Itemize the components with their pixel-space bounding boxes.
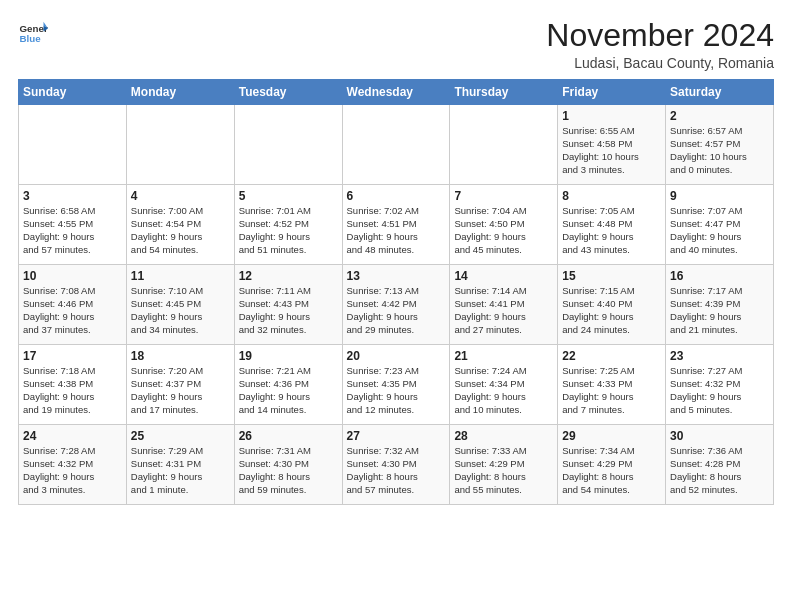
day-info: Sunrise: 7:17 AM Sunset: 4:39 PM Dayligh… [670,285,769,336]
day-info: Sunrise: 6:55 AM Sunset: 4:58 PM Dayligh… [562,125,661,176]
calendar-cell: 29Sunrise: 7:34 AM Sunset: 4:29 PM Dayli… [558,425,666,505]
day-number: 23 [670,349,769,363]
col-monday: Monday [126,80,234,105]
day-info: Sunrise: 6:57 AM Sunset: 4:57 PM Dayligh… [670,125,769,176]
day-info: Sunrise: 7:33 AM Sunset: 4:29 PM Dayligh… [454,445,553,496]
day-number: 19 [239,349,338,363]
day-number: 14 [454,269,553,283]
col-tuesday: Tuesday [234,80,342,105]
calendar-week-row: 17Sunrise: 7:18 AM Sunset: 4:38 PM Dayli… [19,345,774,425]
calendar-week-row: 24Sunrise: 7:28 AM Sunset: 4:32 PM Dayli… [19,425,774,505]
day-info: Sunrise: 7:31 AM Sunset: 4:30 PM Dayligh… [239,445,338,496]
day-number: 18 [131,349,230,363]
day-info: Sunrise: 7:25 AM Sunset: 4:33 PM Dayligh… [562,365,661,416]
calendar-week-row: 3Sunrise: 6:58 AM Sunset: 4:55 PM Daylig… [19,185,774,265]
calendar-week-row: 1Sunrise: 6:55 AM Sunset: 4:58 PM Daylig… [19,105,774,185]
day-info: Sunrise: 7:36 AM Sunset: 4:28 PM Dayligh… [670,445,769,496]
day-number: 22 [562,349,661,363]
day-number: 30 [670,429,769,443]
calendar-cell: 12Sunrise: 7:11 AM Sunset: 4:43 PM Dayli… [234,265,342,345]
day-number: 16 [670,269,769,283]
day-number: 28 [454,429,553,443]
day-number: 25 [131,429,230,443]
day-info: Sunrise: 7:34 AM Sunset: 4:29 PM Dayligh… [562,445,661,496]
calendar-cell: 19Sunrise: 7:21 AM Sunset: 4:36 PM Dayli… [234,345,342,425]
day-number: 24 [23,429,122,443]
day-info: Sunrise: 7:13 AM Sunset: 4:42 PM Dayligh… [347,285,446,336]
col-wednesday: Wednesday [342,80,450,105]
calendar-cell [126,105,234,185]
day-number: 6 [347,189,446,203]
day-number: 7 [454,189,553,203]
calendar-cell: 25Sunrise: 7:29 AM Sunset: 4:31 PM Dayli… [126,425,234,505]
calendar-cell: 1Sunrise: 6:55 AM Sunset: 4:58 PM Daylig… [558,105,666,185]
calendar-cell [19,105,127,185]
calendar-cell: 11Sunrise: 7:10 AM Sunset: 4:45 PM Dayli… [126,265,234,345]
calendar-cell: 24Sunrise: 7:28 AM Sunset: 4:32 PM Dayli… [19,425,127,505]
month-title: November 2024 [546,18,774,53]
col-friday: Friday [558,80,666,105]
day-info: Sunrise: 7:08 AM Sunset: 4:46 PM Dayligh… [23,285,122,336]
calendar-cell [234,105,342,185]
calendar-cell: 20Sunrise: 7:23 AM Sunset: 4:35 PM Dayli… [342,345,450,425]
main-container: General Blue November 2024 Ludasi, Bacau… [0,0,792,515]
calendar-cell [450,105,558,185]
calendar-cell: 18Sunrise: 7:20 AM Sunset: 4:37 PM Dayli… [126,345,234,425]
calendar-cell: 15Sunrise: 7:15 AM Sunset: 4:40 PM Dayli… [558,265,666,345]
day-info: Sunrise: 6:58 AM Sunset: 4:55 PM Dayligh… [23,205,122,256]
day-number: 3 [23,189,122,203]
calendar-cell: 4Sunrise: 7:00 AM Sunset: 4:54 PM Daylig… [126,185,234,265]
calendar-cell: 10Sunrise: 7:08 AM Sunset: 4:46 PM Dayli… [19,265,127,345]
day-info: Sunrise: 7:15 AM Sunset: 4:40 PM Dayligh… [562,285,661,336]
day-number: 11 [131,269,230,283]
day-number: 1 [562,109,661,123]
day-number: 10 [23,269,122,283]
day-number: 9 [670,189,769,203]
calendar-cell [342,105,450,185]
logo-icon: General Blue [18,18,48,48]
calendar-cell: 17Sunrise: 7:18 AM Sunset: 4:38 PM Dayli… [19,345,127,425]
calendar-cell: 13Sunrise: 7:13 AM Sunset: 4:42 PM Dayli… [342,265,450,345]
day-number: 13 [347,269,446,283]
day-number: 2 [670,109,769,123]
day-number: 8 [562,189,661,203]
calendar-cell: 7Sunrise: 7:04 AM Sunset: 4:50 PM Daylig… [450,185,558,265]
calendar-cell: 8Sunrise: 7:05 AM Sunset: 4:48 PM Daylig… [558,185,666,265]
calendar-cell: 26Sunrise: 7:31 AM Sunset: 4:30 PM Dayli… [234,425,342,505]
day-info: Sunrise: 7:28 AM Sunset: 4:32 PM Dayligh… [23,445,122,496]
day-number: 4 [131,189,230,203]
weekday-header-row: Sunday Monday Tuesday Wednesday Thursday… [19,80,774,105]
day-info: Sunrise: 7:07 AM Sunset: 4:47 PM Dayligh… [670,205,769,256]
calendar-cell: 5Sunrise: 7:01 AM Sunset: 4:52 PM Daylig… [234,185,342,265]
day-info: Sunrise: 7:11 AM Sunset: 4:43 PM Dayligh… [239,285,338,336]
col-thursday: Thursday [450,80,558,105]
day-info: Sunrise: 7:01 AM Sunset: 4:52 PM Dayligh… [239,205,338,256]
day-info: Sunrise: 7:32 AM Sunset: 4:30 PM Dayligh… [347,445,446,496]
logo: General Blue [18,18,48,48]
day-info: Sunrise: 7:20 AM Sunset: 4:37 PM Dayligh… [131,365,230,416]
calendar-cell: 30Sunrise: 7:36 AM Sunset: 4:28 PM Dayli… [666,425,774,505]
day-info: Sunrise: 7:00 AM Sunset: 4:54 PM Dayligh… [131,205,230,256]
svg-text:Blue: Blue [20,33,42,44]
day-info: Sunrise: 7:18 AM Sunset: 4:38 PM Dayligh… [23,365,122,416]
calendar-cell: 14Sunrise: 7:14 AM Sunset: 4:41 PM Dayli… [450,265,558,345]
calendar-cell: 22Sunrise: 7:25 AM Sunset: 4:33 PM Dayli… [558,345,666,425]
calendar-cell: 28Sunrise: 7:33 AM Sunset: 4:29 PM Dayli… [450,425,558,505]
day-info: Sunrise: 7:27 AM Sunset: 4:32 PM Dayligh… [670,365,769,416]
day-number: 26 [239,429,338,443]
title-block: November 2024 Ludasi, Bacau County, Roma… [546,18,774,71]
calendar-cell: 2Sunrise: 6:57 AM Sunset: 4:57 PM Daylig… [666,105,774,185]
day-number: 29 [562,429,661,443]
calendar-cell: 23Sunrise: 7:27 AM Sunset: 4:32 PM Dayli… [666,345,774,425]
day-info: Sunrise: 7:21 AM Sunset: 4:36 PM Dayligh… [239,365,338,416]
calendar-table: Sunday Monday Tuesday Wednesday Thursday… [18,79,774,505]
calendar-cell: 9Sunrise: 7:07 AM Sunset: 4:47 PM Daylig… [666,185,774,265]
calendar-cell: 27Sunrise: 7:32 AM Sunset: 4:30 PM Dayli… [342,425,450,505]
day-info: Sunrise: 7:14 AM Sunset: 4:41 PM Dayligh… [454,285,553,336]
day-info: Sunrise: 7:04 AM Sunset: 4:50 PM Dayligh… [454,205,553,256]
location-title: Ludasi, Bacau County, Romania [546,55,774,71]
day-info: Sunrise: 7:02 AM Sunset: 4:51 PM Dayligh… [347,205,446,256]
day-number: 17 [23,349,122,363]
day-number: 20 [347,349,446,363]
col-saturday: Saturday [666,80,774,105]
